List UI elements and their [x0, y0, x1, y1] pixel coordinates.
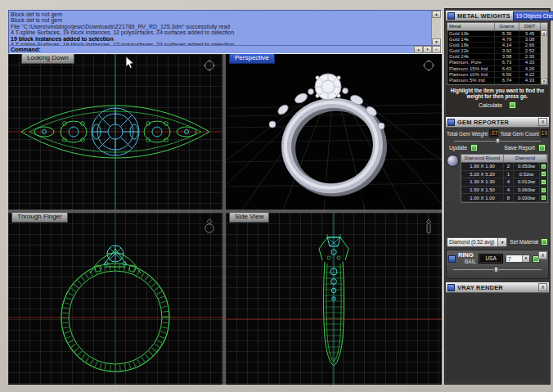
- gem-row[interactable]: 1.30 X 1.3040.012tw: [461, 178, 547, 187]
- viewport-grid: Looking Down: [8, 54, 442, 385]
- gem-reporter-slider[interactable]: [454, 138, 541, 143]
- column-header[interactable]: Metal: [447, 23, 495, 30]
- gem-row[interactable]: 5.20 X 5.2010.52tw: [461, 171, 547, 179]
- gem-table[interactable]: Diamond Round Diamond 1.90 X 1.9020.050t…: [461, 154, 548, 203]
- ring-label: RING: [458, 252, 476, 259]
- metal-grams: 3.92: [495, 48, 519, 53]
- gem-reporter-titlebar[interactable]: GEM REPORTER x: [446, 117, 549, 128]
- column-header[interactable]: Diamond: [504, 155, 547, 162]
- set-material-go-button[interactable]: [541, 238, 548, 246]
- command-history-panel[interactable]: Block def is not gem Block def is not ge…: [8, 10, 442, 54]
- ring-front-view-drawing: [8, 213, 223, 385]
- ring-perspective-drawing: [226, 54, 442, 210]
- chevron-down-icon[interactable]: ▼: [497, 238, 506, 246]
- column-header[interactable]: Diamond Round: [461, 155, 504, 162]
- viewport-tab-through-finger[interactable]: Through Finger: [11, 213, 68, 223]
- table-row[interactable]: Gold 18k4.142.66: [447, 43, 547, 48]
- metal-name: Platinum 15% Irid: [447, 66, 495, 71]
- scroll-down-icon[interactable]: ▼: [541, 79, 547, 84]
- command-prompt[interactable]: Command:: [9, 45, 441, 53]
- slider-thumb[interactable]: [494, 267, 498, 273]
- table-row[interactable]: Platinum 10% Irid6.564.22: [447, 72, 547, 78]
- table-row[interactable]: Gold 14k4.793.08: [447, 37, 547, 43]
- total-gem-count-label: Total Gem Count: [500, 131, 538, 137]
- close-icon[interactable]: x: [538, 118, 547, 126]
- expand-icon[interactable]: ▴: [414, 46, 423, 53]
- viewport-looking-down[interactable]: Looking Down: [8, 54, 223, 210]
- column-header[interactable]: DWT: [519, 23, 541, 30]
- total-gem-weight-label: Total Gem Weight: [447, 131, 488, 137]
- column-header[interactable]: Grams: [495, 23, 519, 30]
- metal-grams: 6.73: [495, 60, 519, 65]
- chevron-down-icon[interactable]: ▼: [522, 255, 529, 262]
- metal-table-scrollbar[interactable]: ▲ ▼: [541, 30, 547, 84]
- metal-grams: 6.56: [495, 72, 519, 77]
- gem-go-button[interactable]: [541, 171, 546, 177]
- calculate-go-button[interactable]: [509, 101, 516, 109]
- gem-count: 8: [504, 195, 514, 201]
- viewport-tab-side-view[interactable]: Side View: [229, 213, 269, 223]
- metal-dwt: 1.78: [519, 83, 541, 85]
- total-gem-count-value: 19: [541, 129, 548, 137]
- gem-go-button[interactable]: [541, 195, 546, 201]
- material-row: Diamond (0.52 avg) ▼ Set Material: [447, 237, 548, 247]
- command-scrollbar[interactable]: ▲ ▼: [431, 11, 441, 46]
- view-rotate-icon[interactable]: [422, 59, 435, 72]
- collapse-icon[interactable]: ▾: [423, 46, 432, 53]
- table-row[interactable]: Gold 22k3.922.52: [447, 48, 547, 54]
- viewport-through-finger[interactable]: Through Finger: [8, 213, 223, 385]
- slider-thumb[interactable]: [496, 138, 500, 143]
- gem-row[interactable]: 1.00 X 1.0080.030tw: [461, 194, 547, 202]
- command-line: Block def is not gem: [11, 17, 430, 23]
- viewport-tab-perspective[interactable]: Perspective: [229, 54, 275, 64]
- metal-dwt: 4.26: [519, 66, 541, 71]
- gem-row[interactable]: 1.50 X 1.5040.060tw: [461, 187, 547, 195]
- save-report-go-button[interactable]: [538, 144, 546, 151]
- scroll-up-icon[interactable]: ▲: [541, 30, 547, 36]
- gem-count: 1: [504, 171, 514, 178]
- material-dropdown[interactable]: Diamond (0.52 avg) ▼: [447, 237, 507, 247]
- gem-size: 1.90 X 1.90: [461, 163, 504, 169]
- gem-weight: 0.030tw: [514, 195, 540, 201]
- table-row[interactable]: Gold 10k5.363.45: [447, 31, 547, 37]
- set-material-label: Set Material: [510, 239, 538, 245]
- metal-weights-titlebar[interactable]: METAL WEIGHTS 19 Objects Checked x: [446, 11, 549, 21]
- metal-weights-table[interactable]: Metal Grams DWT Gold 10k5.363.45 Gold 14…: [447, 22, 548, 85]
- gem-count: 4: [504, 178, 514, 185]
- grip-icon[interactable]: ▪: [432, 46, 441, 53]
- calculate-label: Calculate: [479, 102, 502, 108]
- ring-top-view-drawing: [8, 54, 223, 210]
- metal-grams: 6.74: [495, 78, 519, 83]
- material-selected-value: Diamond (0.52 avg): [447, 238, 497, 246]
- sidebar: METAL WEIGHTS 19 Objects Checked x Metal…: [444, 8, 551, 385]
- viewport-perspective[interactable]: Perspective: [226, 54, 442, 210]
- region-dropdown[interactable]: USA: [479, 254, 503, 264]
- ring-size-panel: RING BAIL USA 7 ▼ x: [446, 250, 549, 279]
- ring-size-slider[interactable]: [453, 267, 542, 273]
- vray-render-panel: VRAY RENDER x: [446, 282, 549, 293]
- ring-view-icon[interactable]: [203, 218, 216, 234]
- close-icon[interactable]: x: [538, 251, 547, 259]
- gem-go-button[interactable]: [541, 179, 546, 185]
- viewport-side-view[interactable]: Side View: [226, 213, 442, 385]
- gem-row[interactable]: 1.90 X 1.9020.050tw: [461, 163, 547, 171]
- table-row[interactable]: Platinum, Pure6.734.33: [447, 60, 547, 65]
- ring-side-view-icon[interactable]: [422, 218, 435, 236]
- table-row[interactable]: Gold 24k3.582.30: [447, 54, 547, 60]
- ring-size-dropdown[interactable]: 7 ▼: [506, 255, 530, 263]
- table-row[interactable]: Platinum 5% Irid6.744.33: [447, 78, 547, 83]
- bail-label: BAIL: [458, 259, 476, 265]
- metal-name: Silver, Pure: [447, 83, 495, 85]
- update-go-button[interactable]: [470, 144, 478, 151]
- metal-dwt: 2.66: [519, 43, 541, 47]
- gem-go-button[interactable]: [541, 164, 546, 169]
- close-icon[interactable]: x: [538, 283, 547, 291]
- viewport-tab-looking-down[interactable]: Looking Down: [21, 54, 74, 64]
- view-rotate-icon[interactable]: [203, 59, 216, 72]
- scroll-up-icon[interactable]: ▲: [432, 11, 441, 18]
- table-row[interactable]: Silver, Pure2.761.78: [447, 83, 547, 85]
- table-row[interactable]: Platinum 15% Irid6.634.26: [447, 66, 547, 72]
- vray-render-titlebar[interactable]: VRAY RENDER x: [446, 282, 549, 293]
- gem-go-button[interactable]: [541, 187, 546, 193]
- command-corner-buttons[interactable]: ▴ ▾ ▪: [414, 46, 441, 53]
